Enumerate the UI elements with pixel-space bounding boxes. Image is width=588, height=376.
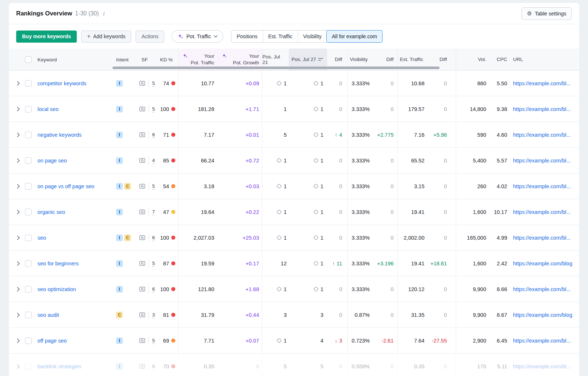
url-link[interactable]: https://example.com/blog	[513, 312, 572, 318]
keyword-link[interactable]: organic seo	[37, 209, 65, 215]
keyword-link[interactable]: negative keywords	[37, 132, 82, 138]
url-link[interactable]: https://example.com/bl...	[513, 106, 571, 112]
row-checkbox[interactable]	[25, 209, 32, 215]
expand-chevron-icon[interactable]	[17, 210, 20, 214]
url-link[interactable]: https://example.com/bl...	[513, 183, 571, 189]
expand-chevron-icon[interactable]	[17, 133, 20, 137]
col-cpc[interactable]: CPC	[488, 49, 508, 70]
url-link[interactable]: https://example.com/bl...	[513, 235, 571, 241]
keyword-link[interactable]: backlink strategies	[37, 364, 81, 369]
serp-features-icon[interactable]	[139, 286, 146, 292]
pos-diff-cell: ↓3	[327, 328, 347, 353]
expand-chevron-icon[interactable]	[17, 339, 20, 343]
serp-features-icon[interactable]	[139, 312, 146, 318]
serp-features-icon[interactable]	[139, 183, 146, 189]
row-checkbox[interactable]	[25, 234, 32, 241]
serp-features-count[interactable]: 7	[152, 209, 155, 215]
serp-features-count[interactable]: 6	[152, 286, 155, 292]
keyword-link[interactable]: seo audit	[37, 312, 59, 318]
serp-features-count[interactable]: 6	[152, 363, 155, 369]
row-checkbox[interactable]	[25, 132, 32, 138]
info-icon[interactable]: i	[103, 10, 104, 17]
keyword-link[interactable]: on page seo	[37, 158, 67, 164]
expand-chevron-icon[interactable]	[17, 107, 20, 111]
row-checkbox[interactable]	[25, 106, 32, 112]
keyword-link[interactable]: seo optimization	[37, 286, 76, 292]
serp-features-count[interactable]: 5	[152, 80, 155, 86]
serp-features-count[interactable]: 5	[152, 183, 155, 189]
keyword-link[interactable]: seo for beginners	[37, 261, 79, 266]
col-volume[interactable]: Vol.	[456, 49, 488, 70]
serp-features-icon[interactable]	[139, 106, 146, 112]
serp-features-count[interactable]: 5	[152, 260, 155, 266]
col-sf[interactable]: SF	[141, 57, 148, 62]
row-checkbox[interactable]	[25, 260, 32, 267]
serp-features-count[interactable]: 6	[152, 132, 155, 138]
view-tab-visibility[interactable]: Visibility	[298, 31, 327, 42]
serp-features-count[interactable]: 5	[152, 106, 155, 112]
url-link[interactable]: https://example.com/bl...	[513, 286, 571, 292]
url-link[interactable]: https://example.com/bl...	[513, 158, 571, 164]
keyword-link[interactable]: off page seo	[37, 338, 67, 344]
kd-value: 81	[163, 312, 175, 318]
col-intent[interactable]: Intent	[116, 57, 129, 62]
serp-features-icon[interactable]	[139, 235, 146, 240]
serp-features-count[interactable]: 5	[152, 337, 155, 344]
expand-chevron-icon[interactable]	[17, 236, 20, 240]
keyword-link[interactable]: local seo	[37, 106, 58, 112]
serp-features-icon[interactable]	[139, 132, 146, 137]
serp-features-count[interactable]: 6	[152, 234, 155, 241]
expand-chevron-icon[interactable]	[17, 261, 20, 266]
row-checkbox[interactable]	[25, 363, 32, 370]
kd-value: 74	[163, 80, 175, 86]
view-tab-positions[interactable]: Positions	[232, 31, 263, 42]
view-tab-all-for-example-com[interactable]: All for example.com	[326, 30, 383, 43]
add-keywords-button[interactable]: + Add keywords	[81, 31, 131, 43]
keyword-link[interactable]: competitor keywords	[37, 80, 86, 86]
col-kd[interactable]: KD %	[160, 57, 173, 62]
metric-dropdown[interactable]: Pot. Traffic	[172, 30, 223, 43]
table-settings-button[interactable]: ⚙ Table settings	[521, 7, 572, 20]
expand-chevron-icon[interactable]	[17, 184, 20, 189]
keyword-link[interactable]: on page vs off page seo	[37, 183, 94, 189]
row-checkbox[interactable]	[25, 183, 32, 190]
row-checkbox[interactable]	[25, 80, 32, 87]
expand-chevron-icon[interactable]	[17, 287, 20, 291]
serp-features-icon[interactable]	[139, 338, 146, 343]
col-url[interactable]: URL	[508, 49, 579, 70]
buy-more-keywords-button[interactable]: Buy more keywords	[16, 31, 77, 43]
serp-features-icon[interactable]	[139, 261, 146, 266]
divider	[148, 259, 149, 268]
url-link[interactable]: https://example.com/bl...	[513, 209, 571, 215]
row-checkbox[interactable]	[25, 337, 32, 344]
expand-chevron-icon[interactable]	[17, 81, 20, 86]
url-link[interactable]: https://example.com/bl...	[513, 80, 571, 86]
row-checkbox[interactable]	[25, 286, 32, 293]
view-tab-est-traffic[interactable]: Est. Traffic	[263, 31, 298, 42]
pot-growth-cell: +0.44	[219, 302, 262, 327]
url-link[interactable]: https://example.com/blog	[513, 261, 572, 266]
serp-features-count[interactable]: 3	[152, 312, 155, 318]
actions-button[interactable]: Actions	[136, 31, 164, 43]
serp-features-icon[interactable]	[139, 80, 146, 86]
pot-traffic-cell: 19.64	[178, 199, 219, 225]
serp-features-icon[interactable]	[139, 158, 146, 163]
row-checkbox[interactable]	[25, 157, 32, 164]
pos-jul21-cell: 1	[262, 225, 289, 250]
url-link[interactable]: https://example.com/bl...	[513, 338, 571, 344]
select-all-checkbox[interactable]	[25, 56, 32, 63]
horizontal-scrollbar[interactable]	[112, 67, 440, 69]
cpc-cell: 4.02	[488, 173, 508, 199]
intent-badge-i: I	[116, 260, 123, 267]
url-link[interactable]: https://example.com/bl...	[513, 364, 571, 369]
expand-chevron-icon[interactable]	[17, 364, 20, 369]
keyword-link[interactable]: seo	[37, 235, 46, 241]
serp-features-icon[interactable]	[139, 209, 146, 215]
col-keyword[interactable]: Keyword	[37, 57, 57, 62]
row-checkbox[interactable]	[25, 312, 32, 318]
serp-features-count[interactable]: 4	[152, 157, 155, 164]
expand-chevron-icon[interactable]	[17, 158, 20, 163]
expand-chevron-icon[interactable]	[17, 313, 20, 317]
serp-features-icon[interactable]	[139, 364, 146, 369]
url-link[interactable]: https://example.com/bl...	[513, 132, 571, 138]
